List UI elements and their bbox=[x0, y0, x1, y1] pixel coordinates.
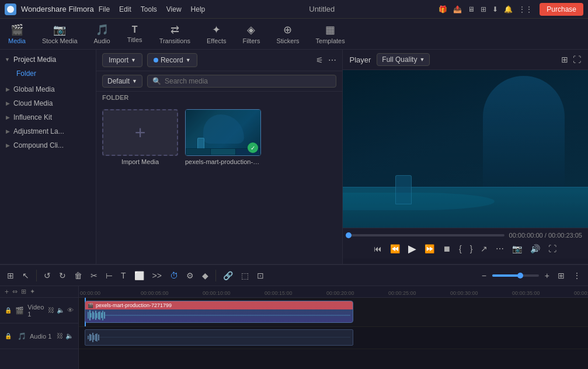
menu-tools[interactable]: Tools bbox=[141, 5, 157, 13]
track-link-icon[interactable]: ⛓ bbox=[48, 307, 54, 314]
layout-icon[interactable]: ⊞ bbox=[481, 5, 486, 13]
purchase-button[interactable]: Purchase bbox=[540, 3, 583, 16]
video-clip-thumb[interactable]: ✓ pexels-mart-production-727... bbox=[185, 109, 261, 165]
sidebar-item-influence-kit[interactable]: ▶ Influence Kit bbox=[0, 110, 96, 124]
project-media-header[interactable]: ▼ Project Media bbox=[0, 52, 96, 67]
snapshot-icon[interactable]: 📷 bbox=[512, 244, 522, 253]
skip-back-icon[interactable]: ⏮ bbox=[374, 244, 382, 253]
step-back-icon[interactable]: ⏪ bbox=[390, 244, 400, 253]
sidebar-item-adjustment[interactable]: ▶ Adjustment La... bbox=[0, 124, 96, 138]
default-view-dropdown[interactable]: Default ▼ bbox=[102, 75, 142, 88]
tl-marker-icon[interactable]: ◆ bbox=[200, 270, 211, 281]
folder-label[interactable]: Folder bbox=[16, 69, 36, 78]
download-icon[interactable]: ⬇ bbox=[492, 5, 498, 13]
ruler-15: 00:00:15:00 bbox=[265, 290, 326, 296]
tl-grid-icon[interactable]: ⊞ bbox=[555, 270, 567, 281]
import-media-box[interactable]: + bbox=[102, 109, 178, 156]
tl-caption-icon[interactable]: ⬚ bbox=[239, 270, 251, 281]
video-clip[interactable]: 🎬 pexels-mart-production-7271799 bbox=[85, 301, 353, 323]
grid-icon[interactable]: ⋮⋮ bbox=[519, 5, 533, 13]
more-ctrl-icon[interactable]: ⋯ bbox=[496, 244, 504, 253]
menu-help[interactable]: Help bbox=[191, 5, 206, 13]
toolbar-item-titles[interactable]: T Titles bbox=[119, 22, 151, 46]
sidebar-item-global-media[interactable]: ▶ Global Media bbox=[0, 82, 96, 96]
mark-out-icon[interactable]: } bbox=[470, 244, 473, 253]
zoom-dot bbox=[517, 273, 523, 279]
tl-add-icon[interactable]: + bbox=[5, 288, 9, 296]
ruler-5: 00:00:05:00 bbox=[141, 290, 203, 296]
import-button[interactable]: Import ▼ bbox=[102, 53, 142, 67]
track-speaker-icon[interactable]: 🔈 bbox=[57, 307, 65, 314]
layout-content: ▼ Project Media Folder ▶ Global Media ▶ … bbox=[0, 50, 588, 369]
toolbar-item-transitions[interactable]: ⇄ Transitions bbox=[151, 21, 199, 47]
tl-zoom-out-icon[interactable]: − bbox=[479, 270, 489, 281]
share-icon[interactable]: 📤 bbox=[453, 5, 462, 13]
toolbar-item-filters[interactable]: ◈ Filters bbox=[234, 21, 268, 47]
volume-icon[interactable]: 🔊 bbox=[530, 244, 540, 253]
tl-tracks-icon[interactable]: ⊞ bbox=[21, 288, 26, 295]
tl-more-icon[interactable]: >> bbox=[150, 270, 164, 281]
toolbar: 🎬 Media 📷 Stock Media 🎵 Audio T Titles ⇄… bbox=[0, 19, 588, 50]
bell-icon[interactable]: 🔔 bbox=[504, 5, 513, 13]
menu-view[interactable]: View bbox=[166, 5, 182, 13]
sidebar-item-compound[interactable]: ▶ Compound Cli... bbox=[0, 138, 96, 152]
tl-track-labels: 🔒 🎬 Video 1 ⛓ 🔈 👁 🔒 🎵 Audio 1 bbox=[0, 298, 78, 369]
track-eye-icon[interactable]: 👁 bbox=[67, 307, 74, 314]
fullscreen-btn-icon[interactable]: ⛶ bbox=[548, 244, 556, 253]
tl-link-icon[interactable]: 🔗 bbox=[221, 270, 235, 281]
tl-snap-icon[interactable]: ⊞ bbox=[5, 270, 16, 281]
video-track-controls: ⛓ 🔈 👁 bbox=[48, 307, 74, 314]
video-clip-box[interactable]: ✓ bbox=[185, 109, 261, 156]
zoom-slider[interactable] bbox=[492, 274, 539, 277]
menu-edit[interactable]: Edit bbox=[119, 5, 131, 13]
toolbar-item-effects[interactable]: ✦ Effects bbox=[199, 21, 234, 47]
video-track-row: 🎬 pexels-mart-production-7271799 bbox=[79, 298, 588, 327]
quality-dropdown[interactable]: Full Quality ▼ bbox=[377, 53, 430, 66]
toolbar-item-stock[interactable]: 📷 Stock Media bbox=[34, 21, 86, 47]
tl-link2-icon[interactable]: ⇔ bbox=[12, 288, 18, 295]
grid-view-icon[interactable]: ⊞ bbox=[561, 55, 568, 64]
toolbar-item-templates[interactable]: ▦ Templates bbox=[308, 21, 353, 47]
toolbar-item-stickers[interactable]: ⊕ Stickers bbox=[268, 21, 307, 47]
more-options-icon[interactable]: ⋯ bbox=[328, 55, 336, 65]
tl-delete-icon[interactable]: 🗑 bbox=[72, 270, 85, 281]
filter-icon[interactable]: ⚟ bbox=[316, 55, 323, 65]
screen-icon[interactable]: 🖥 bbox=[468, 5, 475, 13]
tl-speed-icon[interactable]: ⏱ bbox=[168, 270, 180, 281]
fullscreen-icon[interactable]: ⛶ bbox=[573, 55, 581, 64]
record-button[interactable]: Record ▼ bbox=[147, 53, 197, 67]
tl-trim-icon[interactable]: ⊢ bbox=[103, 270, 115, 281]
extract-icon[interactable]: ↗ bbox=[481, 244, 488, 253]
search-input[interactable] bbox=[165, 77, 331, 85]
tl-zoom-in-icon[interactable]: + bbox=[542, 270, 552, 281]
player-header: Player Full Quality ▼ ⊞ ⛶ bbox=[343, 50, 589, 70]
tl-select-icon[interactable]: ↖ bbox=[20, 270, 32, 281]
toolbar-item-media[interactable]: 🎬 Media bbox=[0, 21, 34, 47]
sidebar-item-cloud-media[interactable]: ▶ Cloud Media bbox=[0, 96, 96, 110]
audio-track-num: 🔒 bbox=[5, 333, 14, 339]
audio-speaker-icon[interactable]: 🔈 bbox=[65, 332, 74, 340]
tl-ai-icon[interactable]: ✦ bbox=[30, 288, 35, 295]
tl-more2-icon[interactable]: ⋮ bbox=[570, 270, 583, 281]
step-forward-icon[interactable]: ⏩ bbox=[425, 244, 434, 253]
audio-link-icon[interactable]: ⛓ bbox=[57, 332, 63, 340]
progress-bar[interactable] bbox=[349, 234, 505, 236]
toolbar-item-audio[interactable]: 🎵 Audio bbox=[86, 21, 119, 47]
stop-icon[interactable]: ⏹ bbox=[443, 244, 451, 253]
tl-settings-icon[interactable]: ⚙ bbox=[184, 270, 196, 281]
tl-redo-icon[interactable]: ↻ bbox=[57, 270, 68, 281]
folder-item[interactable]: Folder bbox=[0, 67, 96, 82]
record-dropdown-arrow[interactable]: ▼ bbox=[186, 57, 191, 63]
mark-in-icon[interactable]: { bbox=[459, 244, 462, 253]
gift-icon[interactable]: 🎁 bbox=[439, 5, 447, 13]
play-button[interactable]: ▶ bbox=[408, 242, 416, 255]
tl-text-icon[interactable]: T bbox=[119, 270, 128, 281]
import-media-thumb[interactable]: + Import Media bbox=[102, 109, 178, 165]
tl-pip-icon[interactable]: ⊡ bbox=[255, 270, 266, 281]
menu-file[interactable]: File bbox=[99, 5, 110, 13]
titlebar: Wondershare Filmora File Edit Tools View… bbox=[0, 0, 588, 19]
import-dropdown-arrow[interactable]: ▼ bbox=[131, 57, 136, 63]
tl-cut-icon[interactable]: ✂ bbox=[88, 270, 100, 281]
tl-undo-icon[interactable]: ↺ bbox=[41, 270, 53, 281]
tl-crop-icon[interactable]: ⬜ bbox=[132, 270, 147, 281]
